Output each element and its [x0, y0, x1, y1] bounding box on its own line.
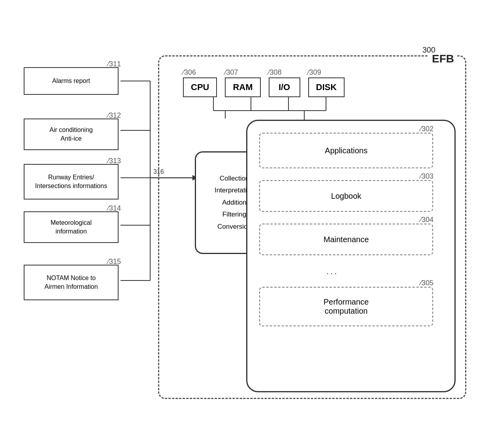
runway-entries-box: ∕313 Runway Entries/ Intersections infor…: [24, 164, 119, 200]
ref-311: ∕311: [108, 59, 121, 69]
meteorological-label: Meteorological information: [51, 218, 92, 236]
hardware-row: ∕306 CPU ∕307 RAM ∕308 I/O ∕309 DISK: [183, 68, 345, 97]
dots-label: ...: [326, 266, 338, 277]
alarms-label: Alarms report: [52, 77, 90, 85]
performance-label: Performance computation: [324, 297, 369, 316]
notam-box: ∕315 NOTAM Notice to Airmen Information: [24, 265, 119, 300]
disk-box: DISK: [308, 77, 345, 97]
ref-315: ∕315: [108, 257, 121, 267]
ref-312: ∕312: [108, 111, 121, 120]
ram-container: ∕307 RAM: [225, 68, 260, 97]
cpu-container: ∕306 CPU: [183, 68, 217, 97]
ref-314: ∕314: [108, 203, 121, 213]
io-box: I/O: [269, 77, 300, 97]
logbook-box: ∕303 Logbook: [259, 180, 433, 212]
app-ref-302: ∕302: [420, 125, 433, 133]
app-ref-303: ∕303: [420, 172, 433, 181]
air-conditioning-label: Air conditioning Anti-ice: [49, 126, 92, 143]
alarms-report-box: ∕311 Alarms report: [24, 67, 119, 95]
diagram: 316 300 EFB ∕306 CPU ∕307 RAM: [16, 24, 474, 427]
maintenance-label: Maintenance: [324, 235, 369, 244]
applications-box: ∕302 Applications: [259, 133, 433, 168]
cpu-box: CPU: [183, 77, 217, 97]
performance-box: ∕305 Performance computation: [259, 287, 433, 326]
air-conditioning-box: ∕312 Air conditioning Anti-ice: [24, 119, 119, 150]
app-ref-305: ∕305: [420, 279, 433, 287]
cpu-ref: ∕306: [183, 68, 216, 77]
disk-container: ∕309 DISK: [308, 68, 345, 97]
disk-ref: ∕309: [308, 68, 344, 77]
ram-ref: ∕307: [225, 68, 260, 77]
applications-label: Applications: [325, 146, 368, 155]
ref-313: ∕313: [108, 156, 121, 166]
efb-box: 300 EFB ∕306 CPU ∕307 RAM ∕308 I/O ∕309 …: [158, 55, 466, 399]
notam-label: NOTAM Notice to Airmen Information: [44, 274, 98, 292]
logbook-label: Logbook: [331, 192, 362, 201]
meteorological-box: ∕314 Meteorological information: [24, 211, 119, 243]
ram-box: RAM: [225, 77, 260, 97]
efb-label: EFB: [429, 53, 457, 65]
io-container: ∕308 I/O: [269, 68, 300, 97]
app-ref-304: ∕304: [420, 216, 433, 224]
software-box: ∕302 Applications ∕303 Logbook ∕304 Main…: [246, 120, 456, 392]
runway-label: Runway Entries/ Intersections informatio…: [35, 173, 107, 191]
io-ref: ∕308: [269, 68, 300, 77]
maintenance-box: ∕304 Maintenance: [259, 224, 433, 255]
